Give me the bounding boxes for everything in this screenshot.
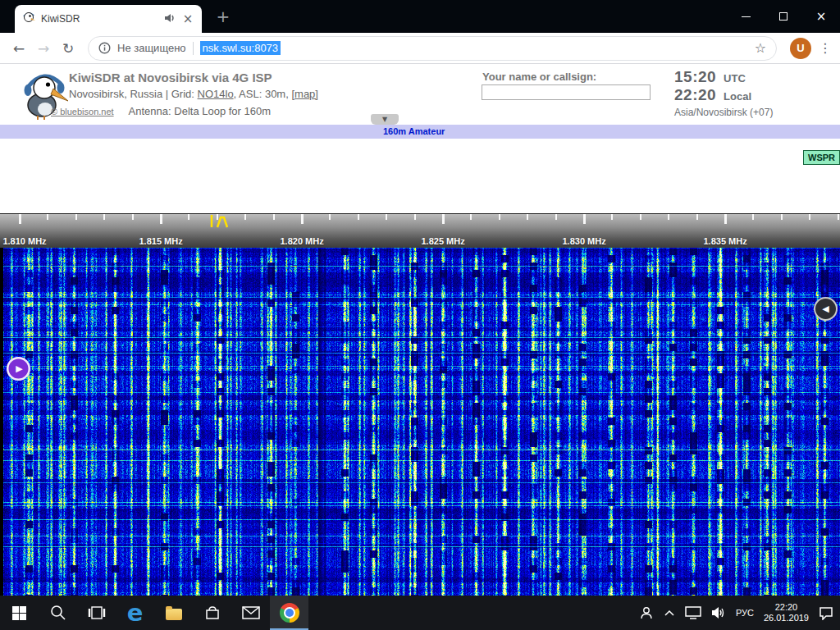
profile-avatar[interactable]: U [790, 38, 811, 59]
frequency-label: 1.830 MHz [562, 236, 605, 246]
taskbar-edge-button[interactable]: e [116, 596, 154, 630]
map-link[interactable]: [map] [291, 88, 318, 100]
maximize-icon [779, 12, 788, 21]
volume-icon[interactable] [711, 606, 726, 619]
scale-tick [160, 214, 162, 224]
task-view-icon [88, 605, 106, 620]
mail-icon [242, 606, 260, 619]
utc-time: 15:20 [674, 68, 716, 86]
location-prefix: Novosibirsk, Russia | Grid: [69, 88, 198, 100]
frequency-scale[interactable]: 1.810 MHz1.815 MHz1.820 MHz1.825 MHz1.83… [0, 213, 840, 248]
security-label[interactable]: Не защищено [117, 42, 186, 54]
info-icon[interactable] [98, 42, 111, 54]
antenna-label: Antenna: Delta Loop for 160m [129, 105, 271, 117]
callsign-input[interactable] [482, 84, 651, 100]
frequency-label: 1.835 MHz [703, 236, 746, 246]
scale-tick [442, 214, 445, 224]
desktop: KiwiSDR × + × ← → ↻ [0, 0, 840, 630]
scale-tick [470, 214, 472, 220]
taskbar-mail-button[interactable] [231, 596, 270, 630]
file-explorer-icon [166, 609, 182, 620]
kiwisdr-page: KiwiSDR at Novosibirsk via 4G ISP Novosi… [0, 64, 840, 596]
chrome-icon [280, 603, 299, 623]
scale-tick [244, 214, 246, 220]
reload-button[interactable]: ↻ [56, 40, 80, 57]
url-text[interactable]: nsk.swl.su:8073 [200, 41, 281, 55]
frequency-label: 1.820 MHz [280, 236, 323, 246]
scale-tick [527, 214, 528, 220]
scale-tick [386, 214, 387, 220]
scale-tick [217, 214, 218, 220]
tray-chevron-up-icon[interactable] [664, 609, 675, 617]
language-indicator[interactable]: РУС [736, 608, 754, 618]
copyright-link[interactable]: © bluebison.net [51, 107, 114, 116]
omnibox-divider [193, 42, 194, 55]
page-title: KiwiSDR at Novosibirsk via 4G ISP [69, 71, 272, 84]
new-tab-button[interactable]: + [213, 8, 233, 25]
grid-link[interactable]: NO14lo [198, 88, 234, 100]
browser-menu-icon[interactable]: ⋮ [817, 40, 833, 56]
tray-time: 22:20 [764, 602, 809, 613]
location-mid: , ASL: 30m, [234, 88, 292, 100]
tray-date: 26.01.2019 [764, 613, 809, 623]
back-button[interactable]: ← [7, 40, 31, 57]
scale-tick [668, 214, 669, 220]
callsign-label: Your name or callsign: [482, 71, 596, 83]
local-time: 22:20 [674, 86, 716, 104]
wspr-band-tag[interactable]: WSPR [803, 150, 840, 165]
windows-logo-icon [12, 606, 26, 620]
scale-tick [809, 214, 810, 220]
minimize-icon [742, 16, 751, 17]
tray-clock[interactable]: 22:20 26.01.2019 [764, 602, 809, 623]
people-icon[interactable] [639, 605, 654, 620]
scale-tick [555, 214, 557, 220]
edge-icon: e [127, 601, 144, 624]
scale-tick [188, 214, 189, 220]
tab-close-icon[interactable]: × [181, 11, 194, 26]
task-view-button[interactable] [77, 596, 116, 630]
scale-tick [75, 214, 77, 220]
timezone-label: Asia/Novosibirsk (+07) [674, 107, 838, 118]
scale-tick [132, 214, 134, 220]
control-panel-toggle[interactable]: ◀ [814, 297, 838, 321]
local-label: Local [724, 90, 751, 103]
browser-toolbar: ← → ↻ Не защищено nsk.swl.su:8073 ☆ U ⋮ [0, 33, 840, 64]
frequency-label: 1.815 MHz [139, 236, 182, 246]
taskbar-chrome-button[interactable] [270, 596, 308, 630]
taskbar-search-button[interactable] [39, 596, 77, 630]
start-button[interactable] [0, 596, 39, 630]
waterfall-canvas[interactable] [0, 248, 840, 596]
band-select-bar: 160m Amateur [0, 125, 840, 139]
scale-tick [611, 214, 613, 220]
frequency-label: 1.810 MHz [2, 236, 46, 246]
scale-tick [838, 214, 839, 220]
taskbar: e [0, 596, 840, 630]
scale-tick [640, 214, 641, 220]
taskbar-store-button[interactable] [193, 596, 231, 630]
window-minimize-button[interactable] [727, 0, 765, 33]
window-maximize-button[interactable] [765, 0, 802, 33]
forward-button[interactable]: → [31, 40, 56, 57]
scale-tick [724, 214, 727, 224]
window-close-button[interactable]: × [802, 0, 840, 33]
tab-audio-icon[interactable] [164, 11, 176, 26]
scale-tick [301, 214, 304, 224]
taskbar-explorer-button[interactable] [154, 596, 193, 630]
tab-title: KiwiSDR [41, 13, 158, 25]
browser-tab[interactable]: KiwiSDR × [15, 5, 202, 33]
network-icon[interactable] [685, 606, 701, 619]
scale-tick [752, 214, 754, 220]
search-icon [49, 604, 67, 622]
action-center-icon[interactable] [819, 606, 833, 620]
header-collapse-tab[interactable]: ▼ [371, 114, 399, 125]
scale-tick [414, 214, 416, 220]
location-line: Novosibirsk, Russia | Grid: NO14lo, ASL:… [69, 88, 318, 100]
scale-tick [358, 214, 359, 220]
band-label-160m[interactable]: 160m Amateur [383, 126, 445, 136]
play-button[interactable]: ▶ [7, 357, 30, 381]
bookmark-star-icon[interactable]: ☆ [755, 40, 766, 56]
scale-tick [47, 214, 48, 220]
browser-titlebar: KiwiSDR × + × [0, 0, 840, 33]
address-bar[interactable]: Не защищено nsk.swl.su:8073 ☆ [88, 36, 777, 61]
tuning-marker[interactable] [210, 214, 231, 228]
